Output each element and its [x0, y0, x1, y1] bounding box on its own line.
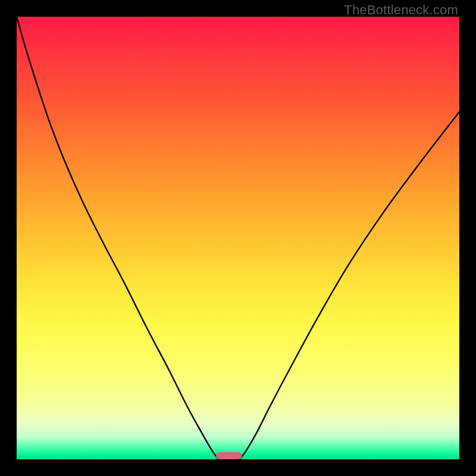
curve-left — [17, 17, 219, 459]
chart-frame: TheBottleneck.com — [0, 0, 476, 476]
minimum-marker — [216, 452, 243, 459]
plot-area — [17, 17, 459, 459]
curve-layer — [17, 17, 459, 459]
curve-right — [239, 112, 459, 459]
watermark-text: TheBottleneck.com — [344, 2, 458, 18]
